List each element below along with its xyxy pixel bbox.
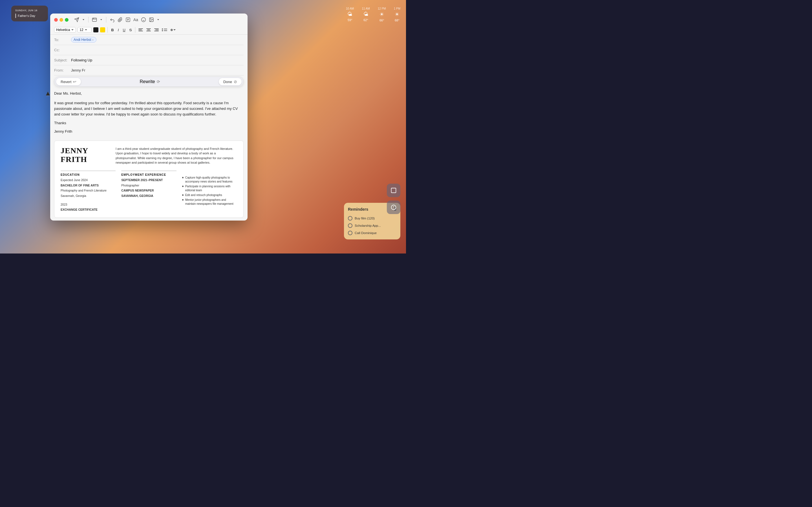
weather-time-3: 1 PM [394, 7, 400, 10]
weather-widget: 10 AM 🌤 59° 11 AM 🌤 62° 12 PM ☀ 66° 1 PM… [346, 7, 400, 22]
email-signature-dept: Dept. of Journalism and Mass Communicati… [54, 137, 244, 138]
revert-icon: ↩ [73, 79, 77, 84]
text-color-swatch[interactable] [93, 27, 98, 33]
weather-item-1pm: 1 PM ☀ 68° [394, 7, 400, 22]
photo-dropdown[interactable] [157, 18, 160, 21]
bullet-dot-3 [182, 199, 184, 201]
revert-button[interactable]: Revert ↩ [56, 78, 81, 86]
calendar-widget: SUNDAY, JUN 16 Father's Day [11, 6, 48, 21]
svg-rect-0 [391, 188, 396, 193]
window-icon[interactable] [92, 17, 97, 22]
weather-icon-3: ☀ [395, 11, 399, 17]
weather-icon-1: 🌤 [363, 11, 368, 17]
reminder-item-2[interactable]: Call Dominique [348, 229, 396, 237]
align-right-button[interactable] [153, 27, 160, 33]
highlight-color-swatch[interactable] [100, 27, 105, 33]
email-body-paragraph: It was great meeting you for coffee yest… [54, 100, 244, 117]
font-size-selector[interactable]: 12 [78, 27, 92, 33]
cv-emp-location: SAVANNAH, GEORGIA [121, 194, 176, 198]
cv-edu-entry-5: EXCHANGE CERTIFICATE [61, 208, 116, 212]
attachment-button[interactable] [117, 17, 123, 22]
italic-button[interactable]: I [117, 27, 120, 33]
reminder-checkbox-2[interactable] [348, 231, 352, 235]
edit-button[interactable] [125, 17, 131, 22]
cv-education-title: EDUCATION [61, 173, 116, 176]
done-label: Done [223, 80, 232, 84]
from-value: Jenny Fr [71, 68, 244, 72]
reminders-title: Reminders [348, 207, 368, 212]
toolbar-divider-1 [88, 17, 89, 22]
traffic-lights [54, 18, 68, 22]
mail-compose-window: Aa [50, 13, 248, 221]
done-icon: ⊘ [234, 79, 237, 84]
send-dropdown[interactable] [82, 18, 85, 21]
rewrite-center[interactable]: Rewrite ⟳ [81, 79, 219, 84]
cv-emp-divider [121, 171, 176, 171]
svg-point-12 [150, 18, 151, 19]
close-button[interactable] [54, 18, 58, 22]
reminder-text-0: Buy film (120) [355, 217, 375, 220]
maximize-button[interactable] [65, 18, 68, 22]
cv-emp-role: Photographer [121, 183, 176, 187]
from-field: From: Jenny Fr [54, 65, 244, 75]
reminder-item-0[interactable]: Buy film (120) [348, 215, 396, 222]
cv-employment-column: EMPLOYMENT EXPERIENCE SEPTEMBER 2021–PRE… [121, 171, 176, 213]
cc-label: Cc: [54, 48, 71, 52]
to-recipient-name: Andi Herbst [73, 38, 91, 42]
weather-temp-3: 68° [395, 18, 400, 22]
reminder-checkbox-0[interactable] [348, 216, 352, 221]
align-center-button[interactable] [146, 27, 152, 33]
cv-edu-entry-2: Photography and French Literature [61, 188, 116, 193]
weather-time-1: 11 AM [362, 7, 370, 10]
calendar-date: SUNDAY, JUN 16 [15, 9, 44, 12]
strikethrough-button[interactable]: S [128, 27, 133, 33]
format-divider-2 [135, 27, 135, 33]
svg-rect-4 [93, 18, 97, 21]
calendar-event-line [15, 13, 16, 18]
minimize-button[interactable] [59, 18, 63, 22]
underline-button[interactable]: U [121, 27, 126, 33]
more-format-button[interactable]: ⊕ [169, 28, 177, 32]
font-button[interactable]: Aa [133, 17, 138, 22]
done-button[interactable]: Done ⊘ [219, 78, 242, 86]
cv-bullet-text-2: Edit and retouch photographs [185, 193, 222, 197]
subject-label: Subject: [54, 58, 71, 62]
font-selector[interactable]: Helvetica [54, 27, 76, 33]
svg-point-8 [142, 18, 146, 22]
cc-field[interactable]: Cc: [54, 45, 244, 55]
send-button[interactable] [74, 17, 79, 22]
reply-button[interactable] [110, 17, 115, 22]
emoji-button[interactable] [141, 17, 146, 22]
align-left-button[interactable] [138, 27, 144, 33]
floating-button-1[interactable] [387, 184, 400, 197]
email-signature-name: Jenny Frith [54, 129, 244, 134]
cv-bullet-3: Mentor junior photographers and maintain… [182, 198, 237, 206]
subject-field[interactable]: Subject: Following Up [54, 55, 244, 65]
cv-emp-date: SEPTEMBER 2021–PRESENT [121, 178, 176, 182]
bold-button[interactable]: B [110, 27, 115, 33]
toolbar-divider-2 [106, 17, 106, 22]
bullet-dot-0 [182, 177, 184, 178]
floating-button-2[interactable] [387, 201, 400, 214]
email-body[interactable]: Dear Ms. Herbst, It was great meeting yo… [50, 88, 248, 138]
cv-bottom: EDUCATION Expected June 2024 BACHELOR OF… [54, 171, 243, 217]
to-field[interactable]: To: Andi Herbst › [54, 35, 244, 45]
cv-name: JENNY FRITH [61, 147, 110, 164]
cv-edu-entry-4: 2023 [61, 203, 116, 207]
format-divider-1 [107, 27, 108, 33]
bullet-dot-1 [182, 186, 184, 187]
to-recipient-chip[interactable]: Andi Herbst › [71, 37, 96, 43]
photo-button[interactable] [149, 17, 154, 22]
cv-bio-text: I am a third-year student undergraduate … [116, 147, 234, 165]
weather-temp-1: 62° [363, 18, 368, 22]
subject-value: Following Up [71, 58, 92, 62]
weather-time-2: 12 PM [378, 7, 386, 10]
reminder-checkbox-1[interactable] [348, 223, 352, 228]
list-button[interactable] [161, 27, 167, 33]
window-dropdown[interactable] [100, 18, 103, 21]
from-label: From: [54, 68, 71, 72]
reminder-item-1[interactable]: Scholarship App... [348, 222, 396, 229]
cv-education-column: EDUCATION Expected June 2024 BACHELOR OF… [61, 171, 116, 213]
to-chip-arrow: › [93, 38, 93, 41]
cv-bullet-text-3: Mentor junior photographers and maintain… [185, 198, 237, 206]
